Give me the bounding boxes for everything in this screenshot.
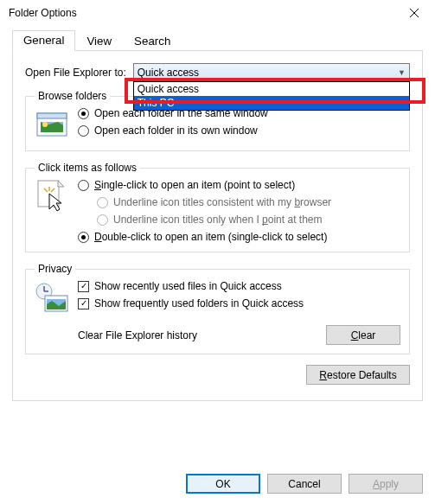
radio-icon xyxy=(78,125,89,137)
tab-pane-general: Open File Explorer to: Quick access ▼ Qu… xyxy=(12,51,423,401)
check-recent-files[interactable]: Show recently used files in Quick access xyxy=(78,280,400,292)
dialog-buttons: OK Cancel Apply xyxy=(186,474,423,494)
radio-icon xyxy=(78,108,89,119)
combo-selected: Quick access xyxy=(138,67,199,79)
clear-button[interactable]: Clear xyxy=(326,325,400,345)
chevron-down-icon: ▼ xyxy=(398,68,406,77)
title-bar: Folder Options xyxy=(0,0,435,26)
apply-button[interactable]: Apply xyxy=(349,474,423,494)
radio-icon xyxy=(97,197,108,208)
radio-icon xyxy=(97,214,108,226)
radio-underline-point: Underline icon titles only when I point … xyxy=(97,214,400,226)
radio-icon xyxy=(78,180,89,191)
tab-view[interactable]: View xyxy=(75,30,123,51)
close-icon xyxy=(410,9,419,17)
combo-option-quick-access[interactable]: Quick access xyxy=(134,82,409,96)
cancel-button[interactable]: Cancel xyxy=(267,474,342,494)
radio-underline-browser: Underline icon titles consistent with my… xyxy=(97,196,400,208)
svg-rect-3 xyxy=(37,113,67,118)
clear-history-label: Clear File Explorer history xyxy=(78,329,197,341)
tab-strip: General View Search xyxy=(12,29,423,51)
svg-point-6 xyxy=(42,122,48,127)
restore-defaults-button[interactable]: Restore Defaults xyxy=(306,365,410,385)
click-items-group: Click items as follows Single-click to o… xyxy=(25,162,410,252)
radio-own-window[interactable]: Open each folder in its own window xyxy=(78,124,400,137)
open-explorer-label: Open File Explorer to: xyxy=(25,67,126,79)
browse-folders-legend: Browse folders xyxy=(35,90,110,102)
ok-button[interactable]: OK xyxy=(186,474,260,494)
radio-single-click[interactable]: Single-click to open an item (point to s… xyxy=(78,179,400,191)
check-frequent-folders[interactable]: Show frequently used folders in Quick ac… xyxy=(78,297,400,309)
tab-general[interactable]: General xyxy=(12,30,75,51)
privacy-icon xyxy=(35,280,69,315)
checkbox-icon xyxy=(78,281,89,292)
open-explorer-combo[interactable]: Quick access ▼ Quick access This PC xyxy=(133,63,410,81)
svg-marker-8 xyxy=(58,181,64,187)
radio-double-click[interactable]: Double-click to open an item (single-cli… xyxy=(78,231,400,243)
checkbox-icon xyxy=(78,298,89,309)
close-button[interactable] xyxy=(394,0,433,26)
click-items-legend: Click items as follows xyxy=(35,162,140,174)
window-title: Folder Options xyxy=(9,7,77,19)
combo-dropdown: Quick access This PC xyxy=(133,81,410,111)
privacy-legend: Privacy xyxy=(35,263,75,275)
tab-search[interactable]: Search xyxy=(123,30,182,51)
combo-option-this-pc[interactable]: This PC xyxy=(134,96,409,110)
folder-window-icon xyxy=(35,107,69,142)
cursor-click-icon xyxy=(35,179,69,214)
privacy-group: Privacy Show recently used files in Quic… xyxy=(25,263,410,354)
radio-icon xyxy=(78,232,89,243)
